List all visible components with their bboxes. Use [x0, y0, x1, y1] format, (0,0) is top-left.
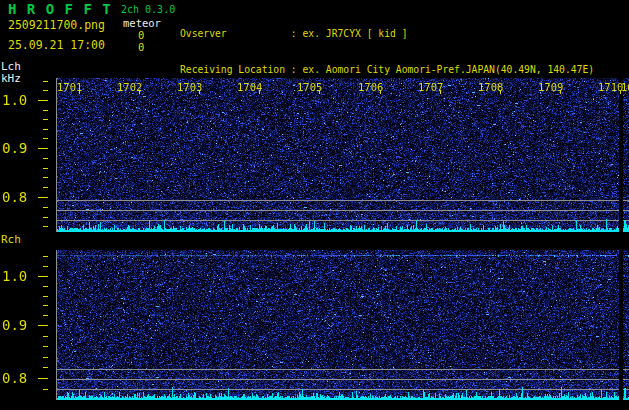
time-tick	[139, 90, 140, 94]
freq-label: 1.0	[2, 269, 27, 283]
freq-minor-tick	[43, 158, 48, 159]
freq-minor-tick	[43, 217, 48, 218]
hrofft-window: H R O F F T 2509211700.png 25.09.21 17:0…	[0, 0, 629, 410]
time-tick	[440, 90, 441, 94]
freq-label: 0.8	[2, 371, 27, 385]
meteor-count-rch: 0	[138, 42, 144, 53]
freq-major-tick	[38, 325, 48, 326]
freq-label: 0.8	[2, 190, 27, 204]
time-tick	[259, 90, 260, 94]
freq-label: 1.0	[2, 93, 27, 107]
freq-minor-tick	[43, 286, 48, 287]
khz-unit-label: kHz	[1, 73, 21, 84]
freq-minor-tick	[43, 207, 48, 208]
rch-channel-label: Rch	[1, 234, 21, 245]
freq-minor-tick	[43, 367, 48, 368]
meteor-counter-label: meteor	[123, 18, 161, 29]
meteor-count-lch: 0	[138, 30, 144, 41]
freq-minor-tick	[43, 336, 48, 337]
freq-minor-tick	[43, 296, 48, 297]
time-tick	[500, 90, 501, 94]
freq-minor-tick	[43, 119, 48, 120]
freq-minor-tick	[43, 346, 48, 347]
freq-major-tick	[38, 197, 48, 198]
lch-axis-line	[56, 78, 57, 232]
freq-minor-tick	[43, 177, 48, 178]
location-line: Receiving Location : ex. Aomori City Aom…	[180, 64, 623, 76]
app-title: H R O F F T	[8, 3, 112, 16]
output-filename: 2509211700.png	[8, 19, 105, 31]
lch-spectrogram	[57, 78, 629, 232]
observer-line: Ovserver : ex. JR7CYX [ kid ]	[180, 28, 623, 40]
freq-minor-tick	[43, 389, 48, 390]
observation-datetime: 25.09.21 17:00	[8, 39, 105, 51]
freq-minor-tick	[43, 226, 48, 227]
freq-minor-tick	[43, 357, 48, 358]
time-label-partial: 10	[621, 82, 629, 92]
version-label: 2ch 0.3.0	[121, 4, 175, 15]
lch-channel-label: Lch	[1, 61, 21, 72]
freq-major-tick	[38, 378, 48, 379]
freq-minor-tick	[43, 168, 48, 169]
freq-minor-tick	[43, 266, 48, 267]
freq-minor-tick	[43, 110, 48, 111]
freq-minor-tick	[43, 315, 48, 316]
freq-minor-tick	[43, 305, 48, 306]
freq-minor-tick	[43, 138, 48, 139]
time-tick	[199, 90, 200, 94]
freq-minor-tick	[43, 81, 48, 82]
freq-minor-tick	[43, 90, 48, 91]
freq-major-tick	[38, 148, 48, 149]
time-tick	[319, 90, 320, 94]
freq-major-tick	[38, 276, 48, 277]
freq-label: 0.9	[2, 318, 27, 332]
freq-label: 0.9	[2, 141, 27, 155]
rch-axis-line	[56, 250, 57, 400]
time-tick	[380, 90, 381, 94]
freq-minor-tick	[43, 256, 48, 257]
freq-major-tick	[38, 100, 48, 101]
freq-minor-tick	[43, 129, 48, 130]
rch-spectrogram	[57, 250, 629, 400]
time-tick	[560, 90, 561, 94]
freq-minor-tick	[43, 187, 48, 188]
time-tick	[79, 90, 80, 94]
